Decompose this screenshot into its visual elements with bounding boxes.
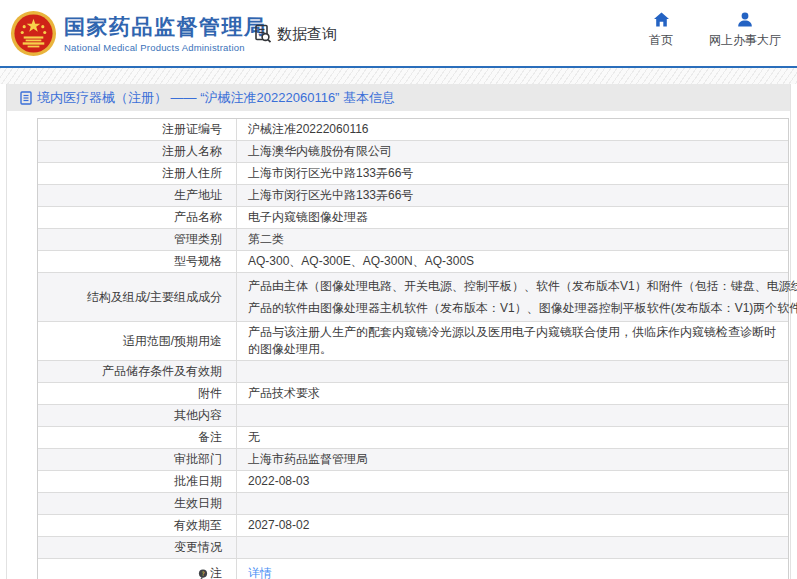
top-nav: 首页 网上办事大厅 <box>649 12 781 49</box>
row-label: 产品名称 <box>38 207 237 228</box>
table-row: 附件产品技术要求 <box>38 383 788 405</box>
row-label: 型号规格 <box>38 251 237 272</box>
row-label: 适用范围/预期用途 <box>38 322 237 360</box>
row-value <box>237 361 788 382</box>
row-value: 产品由主体（图像处理电路、开关电源、控制平板）、软件（发布版本V1）和附件（包括… <box>237 273 797 321</box>
person-icon <box>737 12 753 27</box>
site-title: 国家药品监督管理局 <box>64 14 267 40</box>
row-value: 详情 <box>237 559 788 579</box>
row-label: ?注 <box>38 559 237 579</box>
table-row: 产品储存条件及有效期 <box>38 361 788 383</box>
table-row: 管理类别第二类 <box>38 229 788 251</box>
row-label: 生效日期 <box>38 493 237 514</box>
info-table: 注册证编号沪械注准20222060116注册人名称上海澳华内镜股份有限公司注册人… <box>37 118 789 579</box>
data-query-nav[interactable]: 数据查询 <box>253 24 337 44</box>
row-label: 注册证编号 <box>38 119 237 140</box>
row-value-line: 产品由主体（图像处理电路、开关电源、控制平板）、软件（发布版本V1）和附件（包括… <box>248 275 797 297</box>
table-row: 注册人名称上海澳华内镜股份有限公司 <box>38 141 788 163</box>
table-row: 有效期至2027-08-02 <box>38 515 788 537</box>
row-value: 2022-08-03 <box>237 471 788 492</box>
data-query-label: 数据查询 <box>277 25 337 44</box>
row-label: 结构及组成/主要组成成分 <box>38 273 237 321</box>
table-row: 备注无 <box>38 427 788 449</box>
document-search-icon <box>253 24 273 44</box>
home-icon <box>653 12 670 27</box>
row-value: 上海市闵行区光中路133弄66号 <box>237 185 788 206</box>
row-value: 上海市闵行区光中路133弄66号 <box>237 163 788 184</box>
row-value: 第二类 <box>237 229 788 250</box>
row-label: 生产地址 <box>38 185 237 206</box>
row-label: 产品储存条件及有效期 <box>38 361 237 382</box>
site-subtitle: National Medical Products Administration <box>64 42 267 53</box>
row-label: 审批部门 <box>38 449 237 470</box>
table-row: 其他内容 <box>38 405 788 427</box>
row-value: 沪械注准20222060116 <box>237 119 788 140</box>
table-row: 适用范围/预期用途产品与该注册人生产的配套内窥镜冷光源以及医用电子内窥镜联合使用… <box>38 322 788 361</box>
row-value <box>237 493 788 514</box>
table-row: 产品名称电子内窥镜图像处理器 <box>38 207 788 229</box>
row-value: 产品与该注册人生产的配套内窥镜冷光源以及医用电子内窥镜联合使用，供临床作内窥镜检… <box>237 322 788 360</box>
table-row: 批准日期2022-08-03 <box>38 471 788 493</box>
china-national-emblem-icon <box>10 10 57 57</box>
nav-home[interactable]: 首页 <box>649 12 673 49</box>
row-label: 有效期至 <box>38 515 237 536</box>
row-value-line: 产品的软件由图像处理器主机软件（发布版本：V1）、图像处理器控制平板软件(发布版… <box>248 297 797 319</box>
detail-link[interactable]: 详情 <box>248 565 778 579</box>
table-row: 生效日期 <box>38 493 788 515</box>
row-label: 注册人名称 <box>38 141 237 162</box>
table-row: 型号规格AQ-300、AQ-300E、AQ-300N、AQ-300S <box>38 251 788 273</box>
svg-text:?: ? <box>201 569 204 576</box>
table-row: 结构及组成/主要组成成分产品由主体（图像处理电路、开关电源、控制平板）、软件（发… <box>38 273 788 322</box>
table-row: 审批部门上海市药品监督管理局 <box>38 449 788 471</box>
row-value <box>237 537 788 558</box>
row-label: 注册人住所 <box>38 163 237 184</box>
nav-home-label: 首页 <box>649 32 673 49</box>
table-row: 注册证编号沪械注准20222060116 <box>38 119 788 141</box>
row-value: 上海市药品监督管理局 <box>237 449 788 470</box>
row-label: 批准日期 <box>38 471 237 492</box>
row-label: 备注 <box>38 427 237 448</box>
nav-online-hall-label: 网上办事大厅 <box>709 32 781 49</box>
logo-text: 国家药品监督管理局 National Medical Products Admi… <box>64 14 267 53</box>
content-panel: 境内医疗器械（注册） —— “沪械注准20222060116” 基本信息 注册证… <box>6 84 791 579</box>
row-label: 其他内容 <box>38 405 237 426</box>
table-row: ?注详情 <box>38 559 788 579</box>
note-bubble-icon: ? <box>198 569 208 579</box>
row-value: AQ-300、AQ-300E、AQ-300N、AQ-300S <box>237 251 788 272</box>
table-row: 生产地址上海市闵行区光中路133弄66号 <box>38 185 788 207</box>
nav-online-hall[interactable]: 网上办事大厅 <box>709 12 781 49</box>
site-logo[interactable]: 国家药品监督管理局 National Medical Products Admi… <box>10 10 267 57</box>
table-row: 注册人住所上海市闵行区光中路133弄66号 <box>38 163 788 185</box>
document-icon <box>20 91 32 105</box>
row-label: 管理类别 <box>38 229 237 250</box>
breadcrumb-text: 境内医疗器械（注册） —— “沪械注准20222060116” 基本信息 <box>37 89 395 107</box>
row-value: 2027-08-02 <box>237 515 788 536</box>
table-row: 变更情况 <box>38 537 788 559</box>
row-value: 电子内窥镜图像处理器 <box>237 207 788 228</box>
row-label: 变更情况 <box>38 537 237 558</box>
site-header: 国家药品监督管理局 National Medical Products Admi… <box>0 0 797 68</box>
row-value: 无 <box>237 427 788 448</box>
hatched-divider <box>0 68 797 84</box>
breadcrumb: 境内医疗器械（注册） —— “沪械注准20222060116” 基本信息 <box>7 84 790 111</box>
row-value: 产品技术要求 <box>237 383 788 404</box>
row-value <box>237 405 788 426</box>
row-value: 上海澳华内镜股份有限公司 <box>237 141 788 162</box>
row-label: 附件 <box>38 383 237 404</box>
